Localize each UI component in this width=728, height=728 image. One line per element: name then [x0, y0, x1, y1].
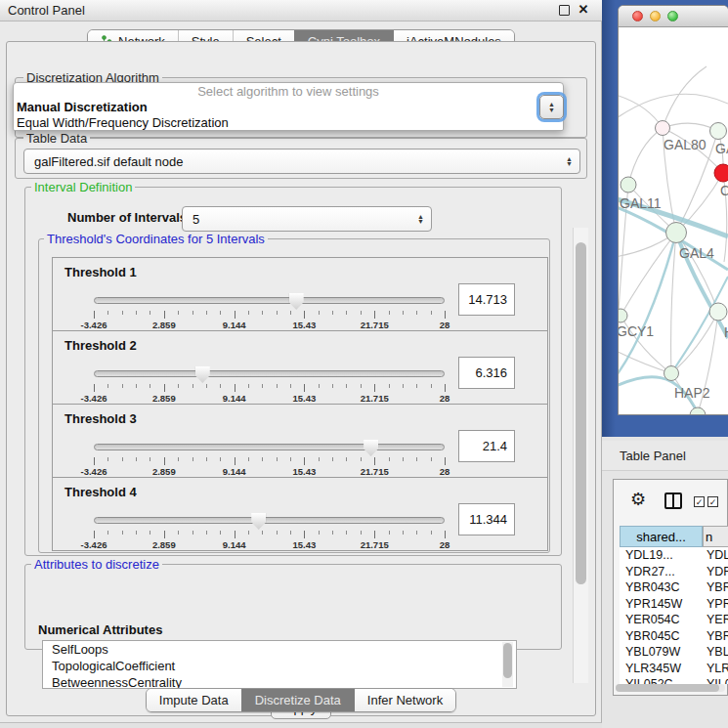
- network-canvas[interactable]: GAL80GACGAL11GAL4GCY1HHAP2: [619, 27, 728, 415]
- minimize-traffic-icon[interactable]: [650, 11, 661, 21]
- column-header-name[interactable]: n: [703, 526, 728, 547]
- table-cell-shared-name[interactable]: YDL19...: [620, 547, 703, 564]
- slider-thumb[interactable]: [364, 440, 378, 456]
- table-cell-name[interactable]: YDL1: [703, 547, 728, 564]
- attributes-list-scrollbar[interactable]: [502, 642, 513, 687]
- numerical-attributes-list[interactable]: SelfLoopsTopologicalCoefficientBetweenne…: [42, 640, 517, 689]
- network-graph: GAL80GACGAL11GAL4GCY1HHAP2: [619, 27, 728, 415]
- num-intervals-value: 5: [193, 212, 199, 227]
- split-table-icon[interactable]: [664, 492, 682, 509]
- table-row[interactable]: YIL052CYIL0: [620, 676, 728, 684]
- slider-thumb[interactable]: [195, 366, 210, 383]
- attribute-item-selfloops[interactable]: SelfLoops: [43, 641, 516, 658]
- threshold-value-field[interactable]: 14.713: [458, 283, 515, 316]
- table-cell-shared-name[interactable]: YPR145W: [620, 596, 703, 613]
- checkbox-icon[interactable]: ✓: [707, 496, 718, 507]
- column-header-shared-name[interactable]: shared...: [620, 526, 703, 547]
- slider-track[interactable]: [94, 444, 445, 450]
- zoom-traffic-icon[interactable]: [667, 11, 678, 21]
- table-cell-shared-name[interactable]: YIL052C: [620, 676, 703, 684]
- num-intervals-combobox[interactable]: 5 ▲▼: [182, 206, 432, 232]
- table-row[interactable]: YER054CYER0: [620, 612, 728, 628]
- gear-icon[interactable]: ⚙: [630, 491, 646, 508]
- table-cell-shared-name[interactable]: YBR043C: [620, 579, 703, 596]
- tab-discretize-data[interactable]: Discretize Data: [241, 689, 354, 711]
- slider-ticks: [94, 531, 445, 538]
- table-cell-shared-name[interactable]: YBL079W: [620, 644, 703, 661]
- slider-thumb[interactable]: [251, 513, 266, 530]
- slider-tick-labels: -3.4262.8599.14415.4321.71528: [94, 539, 445, 550]
- slider-ticks: [94, 384, 445, 392]
- table-cell-name[interactable]: YIL0: [703, 676, 728, 684]
- table-cell-name[interactable]: YER0: [703, 612, 728, 628]
- close-icon[interactable]: ✕: [576, 2, 591, 18]
- network-node[interactable]: [621, 177, 636, 193]
- table-row[interactable]: YPR145WYPR1: [620, 596, 728, 613]
- table-cell-shared-name[interactable]: YDR27...: [620, 564, 703, 580]
- table-row[interactable]: YBR045CYBR0: [620, 628, 728, 645]
- panel-scrollbar[interactable]: [573, 228, 588, 683]
- table-cell-shared-name[interactable]: YBR045C: [620, 628, 703, 645]
- slider-track[interactable]: [94, 297, 445, 304]
- slider-track[interactable]: [94, 517, 445, 524]
- threshold-slider[interactable]: -3.4262.8599.14415.4321.71528: [94, 440, 445, 473]
- table-cell-name[interactable]: YDR2: [703, 564, 728, 580]
- table-cell-shared-name[interactable]: YLR345W: [620, 661, 703, 677]
- threshold-panel-3: Threshold 3-3.4262.8599.14415.4321.71528…: [52, 404, 548, 478]
- float-icon[interactable]: [559, 5, 570, 16]
- threshold-panel-4: Threshold 4-3.4262.8599.14415.4321.71528…: [52, 477, 548, 551]
- table-horizontal-scrollbar[interactable]: [616, 684, 725, 692]
- network-node[interactable]: [664, 366, 679, 381]
- network-edge: [628, 128, 663, 185]
- table-row[interactable]: YDR27...YDR2: [620, 564, 728, 580]
- network-node[interactable]: [714, 164, 728, 182]
- table-cell-shared-name[interactable]: YER054C: [620, 612, 703, 628]
- close-traffic-icon[interactable]: [632, 11, 643, 21]
- attribute-item-topologicalcoefficient[interactable]: TopologicalCoefficient: [43, 658, 516, 674]
- threshold-slider[interactable]: -3.4262.8599.14415.4321.71528: [94, 293, 445, 326]
- table-cell-name[interactable]: YBR0: [703, 579, 728, 596]
- table-header-row: shared... n: [620, 526, 728, 547]
- network-node[interactable]: [709, 303, 727, 321]
- threshold-slider[interactable]: -3.4262.8599.14415.4321.71528: [94, 366, 445, 400]
- threshold-slider[interactable]: -3.4262.8599.14415.4321.71528: [94, 513, 445, 546]
- threshold-value-field[interactable]: 6.316: [458, 357, 515, 389]
- scrollbar-thumb[interactable]: [503, 643, 512, 678]
- network-edge: [671, 233, 676, 373]
- slider-track[interactable]: [94, 370, 445, 377]
- tab-impute-data[interactable]: Impute Data: [147, 689, 241, 711]
- numerical-attributes-heading: Numerical Attributes: [38, 622, 162, 637]
- network-node[interactable]: [690, 407, 706, 415]
- node-label-gal11: GAL11: [620, 195, 662, 211]
- network-node[interactable]: [710, 123, 727, 140]
- window-title: Control Panel: [8, 3, 85, 18]
- slider-thumb[interactable]: [289, 293, 304, 310]
- node-label-c: C: [720, 183, 728, 198]
- table-row[interactable]: YDL19...YDL1: [620, 547, 728, 564]
- threshold-value-field[interactable]: 21.4: [458, 430, 515, 462]
- scrollbar-thumb[interactable]: [616, 684, 719, 692]
- threshold-label: Threshold 3: [64, 411, 137, 426]
- node-label-h: H: [724, 324, 728, 340]
- table-row[interactable]: YBL079WYBL0: [620, 644, 728, 661]
- table-panel-titlebar: Table Panel: [602, 441, 728, 471]
- algorithm-options: Manual DiscretizationEqual Width/Frequen…: [14, 100, 563, 131]
- popup-option-equal-width-frequency-discretization[interactable]: Equal Width/Frequency Discretization: [14, 115, 563, 131]
- table-cell-name[interactable]: YBR0: [703, 628, 728, 645]
- table-cell-name[interactable]: YBL0: [703, 644, 728, 661]
- checkbox-icon[interactable]: ✓: [694, 496, 705, 507]
- network-node[interactable]: [666, 223, 687, 243]
- network-node[interactable]: [619, 309, 627, 322]
- table-cell-name[interactable]: YLR3: [703, 661, 728, 677]
- algorithm-combo-stepper-focused[interactable]: ▲▼: [539, 95, 564, 119]
- table-cell-name[interactable]: YPR1: [703, 596, 728, 613]
- threshold-value-field[interactable]: 11.344: [458, 503, 515, 535]
- tab-infer-network[interactable]: Infer Network: [354, 689, 455, 711]
- table-row[interactable]: YLR345WYLR3: [620, 661, 728, 677]
- table-row[interactable]: YBR043CYBR0: [620, 579, 728, 596]
- popup-option-manual-discretization[interactable]: Manual Discretization: [14, 100, 563, 115]
- scrollbar-thumb[interactable]: [576, 242, 586, 584]
- network-node[interactable]: [656, 121, 670, 136]
- attribute-item-betweennesscentrality[interactable]: BetweennessCentrality: [43, 674, 516, 689]
- table-data-combobox[interactable]: galFiltered.sif default node ▲▼: [23, 149, 580, 174]
